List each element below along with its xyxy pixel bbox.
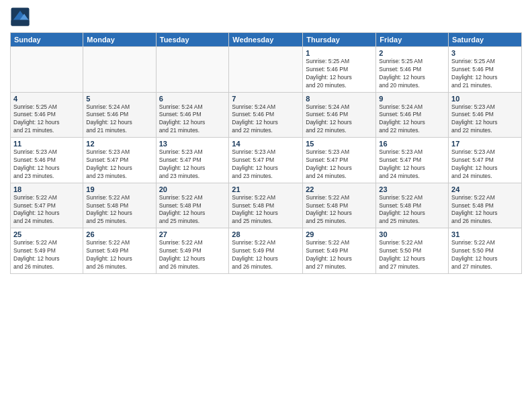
day-number: 1 — [306, 49, 373, 57]
col-header-monday: Monday — [83, 33, 156, 47]
day-cell: 8Sunrise: 5:24 AM Sunset: 5:46 PM Daylig… — [303, 92, 376, 138]
header-row: SundayMondayTuesdayWednesdayThursdayFrid… — [11, 33, 522, 47]
day-number: 9 — [379, 95, 445, 103]
day-number: 18 — [13, 185, 80, 193]
day-cell: 30Sunrise: 5:22 AM Sunset: 5:50 PM Dayli… — [376, 228, 449, 274]
day-number: 27 — [159, 230, 226, 238]
day-cell: 4Sunrise: 5:25 AM Sunset: 5:46 PM Daylig… — [11, 92, 83, 138]
day-number: 26 — [86, 230, 152, 238]
day-info: Sunrise: 5:23 AM Sunset: 5:47 PM Dayligh… — [451, 148, 519, 181]
day-info: Sunrise: 5:22 AM Sunset: 5:48 PM Dayligh… — [451, 194, 519, 226]
day-cell: 11Sunrise: 5:23 AM Sunset: 5:46 PM Dayli… — [11, 138, 83, 183]
day-info: Sunrise: 5:22 AM Sunset: 5:47 PM Dayligh… — [13, 194, 80, 226]
day-info: Sunrise: 5:23 AM Sunset: 5:47 PM Dayligh… — [232, 148, 300, 181]
day-number: 30 — [379, 230, 445, 238]
col-header-tuesday: Tuesday — [156, 33, 229, 47]
day-info: Sunrise: 5:22 AM Sunset: 5:49 PM Dayligh… — [159, 239, 226, 271]
week-row-1: 1Sunrise: 5:25 AM Sunset: 5:46 PM Daylig… — [11, 47, 522, 93]
day-info: Sunrise: 5:24 AM Sunset: 5:46 PM Dayligh… — [379, 103, 445, 136]
week-row-3: 11Sunrise: 5:23 AM Sunset: 5:46 PM Dayli… — [11, 138, 522, 183]
day-info: Sunrise: 5:23 AM Sunset: 5:46 PM Dayligh… — [13, 148, 80, 181]
day-number: 25 — [13, 230, 80, 238]
day-number: 16 — [379, 140, 445, 148]
day-number: 10 — [451, 95, 519, 103]
day-info: Sunrise: 5:24 AM Sunset: 5:46 PM Dayligh… — [86, 103, 152, 136]
day-number: 23 — [379, 185, 445, 193]
col-header-friday: Friday — [376, 33, 449, 47]
col-header-thursday: Thursday — [303, 33, 376, 47]
day-cell: 6Sunrise: 5:24 AM Sunset: 5:46 PM Daylig… — [156, 92, 229, 138]
day-cell: 28Sunrise: 5:22 AM Sunset: 5:49 PM Dayli… — [229, 228, 303, 274]
col-header-wednesday: Wednesday — [229, 33, 303, 47]
day-info: Sunrise: 5:25 AM Sunset: 5:46 PM Dayligh… — [306, 58, 373, 90]
day-number: 11 — [13, 140, 80, 148]
day-cell: 17Sunrise: 5:23 AM Sunset: 5:47 PM Dayli… — [449, 138, 522, 183]
day-number: 7 — [232, 95, 300, 103]
day-info: Sunrise: 5:25 AM Sunset: 5:46 PM Dayligh… — [451, 58, 519, 90]
day-number: 12 — [86, 140, 152, 148]
logo-icon — [10, 7, 30, 27]
day-info: Sunrise: 5:23 AM Sunset: 5:47 PM Dayligh… — [379, 148, 445, 181]
day-number: 6 — [159, 95, 226, 103]
day-info: Sunrise: 5:23 AM Sunset: 5:47 PM Dayligh… — [159, 148, 226, 181]
calendar: SundayMondayTuesdayWednesdayThursdayFrid… — [10, 32, 522, 274]
day-cell: 2Sunrise: 5:25 AM Sunset: 5:46 PM Daylig… — [376, 47, 449, 93]
day-number: 17 — [451, 140, 519, 148]
day-number: 21 — [232, 185, 300, 193]
day-cell: 16Sunrise: 5:23 AM Sunset: 5:47 PM Dayli… — [376, 138, 449, 183]
day-info: Sunrise: 5:22 AM Sunset: 5:48 PM Dayligh… — [232, 194, 300, 226]
day-cell — [229, 47, 303, 93]
day-number: 20 — [159, 185, 226, 193]
day-cell: 20Sunrise: 5:22 AM Sunset: 5:48 PM Dayli… — [156, 183, 229, 228]
day-number: 31 — [451, 230, 519, 238]
day-info: Sunrise: 5:24 AM Sunset: 5:46 PM Dayligh… — [306, 103, 373, 136]
col-header-saturday: Saturday — [449, 33, 522, 47]
day-info: Sunrise: 5:22 AM Sunset: 5:49 PM Dayligh… — [13, 239, 80, 271]
day-number: 19 — [86, 185, 152, 193]
day-info: Sunrise: 5:25 AM Sunset: 5:46 PM Dayligh… — [13, 103, 80, 136]
day-cell: 10Sunrise: 5:23 AM Sunset: 5:46 PM Dayli… — [449, 92, 522, 138]
day-info: Sunrise: 5:22 AM Sunset: 5:49 PM Dayligh… — [86, 239, 152, 271]
day-info: Sunrise: 5:23 AM Sunset: 5:47 PM Dayligh… — [306, 148, 373, 181]
day-cell: 22Sunrise: 5:22 AM Sunset: 5:48 PM Dayli… — [303, 183, 376, 228]
page: SundayMondayTuesdayWednesdayThursdayFrid… — [0, 0, 532, 411]
day-number: 15 — [306, 140, 373, 148]
header — [10, 7, 522, 27]
day-cell — [11, 47, 83, 93]
day-cell: 26Sunrise: 5:22 AM Sunset: 5:49 PM Dayli… — [83, 228, 156, 274]
day-number: 24 — [451, 185, 519, 193]
day-number: 3 — [451, 49, 519, 57]
day-number: 28 — [232, 230, 300, 238]
day-number: 8 — [306, 95, 373, 103]
logo — [10, 7, 33, 27]
day-info: Sunrise: 5:24 AM Sunset: 5:46 PM Dayligh… — [232, 103, 300, 136]
day-number: 14 — [232, 140, 300, 148]
col-header-sunday: Sunday — [11, 33, 83, 47]
day-info: Sunrise: 5:22 AM Sunset: 5:50 PM Dayligh… — [451, 239, 519, 271]
svg-rect-3 — [11, 20, 30, 26]
day-info: Sunrise: 5:22 AM Sunset: 5:50 PM Dayligh… — [379, 239, 445, 271]
day-cell: 31Sunrise: 5:22 AM Sunset: 5:50 PM Dayli… — [449, 228, 522, 274]
day-number: 5 — [86, 95, 152, 103]
day-cell: 21Sunrise: 5:22 AM Sunset: 5:48 PM Dayli… — [229, 183, 303, 228]
day-cell: 5Sunrise: 5:24 AM Sunset: 5:46 PM Daylig… — [83, 92, 156, 138]
day-cell: 14Sunrise: 5:23 AM Sunset: 5:47 PM Dayli… — [229, 138, 303, 183]
day-cell: 25Sunrise: 5:22 AM Sunset: 5:49 PM Dayli… — [11, 228, 83, 274]
day-cell: 24Sunrise: 5:22 AM Sunset: 5:48 PM Dayli… — [449, 183, 522, 228]
day-info: Sunrise: 5:22 AM Sunset: 5:48 PM Dayligh… — [86, 194, 152, 226]
day-cell: 27Sunrise: 5:22 AM Sunset: 5:49 PM Dayli… — [156, 228, 229, 274]
day-info: Sunrise: 5:22 AM Sunset: 5:49 PM Dayligh… — [306, 239, 373, 271]
day-cell — [156, 47, 229, 93]
day-info: Sunrise: 5:25 AM Sunset: 5:46 PM Dayligh… — [379, 58, 445, 90]
day-number: 29 — [306, 230, 373, 238]
day-info: Sunrise: 5:22 AM Sunset: 5:48 PM Dayligh… — [159, 194, 226, 226]
day-cell: 19Sunrise: 5:22 AM Sunset: 5:48 PM Dayli… — [83, 183, 156, 228]
day-number: 13 — [159, 140, 226, 148]
week-row-5: 25Sunrise: 5:22 AM Sunset: 5:49 PM Dayli… — [11, 228, 522, 274]
day-cell: 13Sunrise: 5:23 AM Sunset: 5:47 PM Dayli… — [156, 138, 229, 183]
day-info: Sunrise: 5:23 AM Sunset: 5:47 PM Dayligh… — [86, 148, 152, 181]
day-cell: 1Sunrise: 5:25 AM Sunset: 5:46 PM Daylig… — [303, 47, 376, 93]
day-cell: 15Sunrise: 5:23 AM Sunset: 5:47 PM Dayli… — [303, 138, 376, 183]
day-cell: 18Sunrise: 5:22 AM Sunset: 5:47 PM Dayli… — [11, 183, 83, 228]
day-number: 4 — [13, 95, 80, 103]
